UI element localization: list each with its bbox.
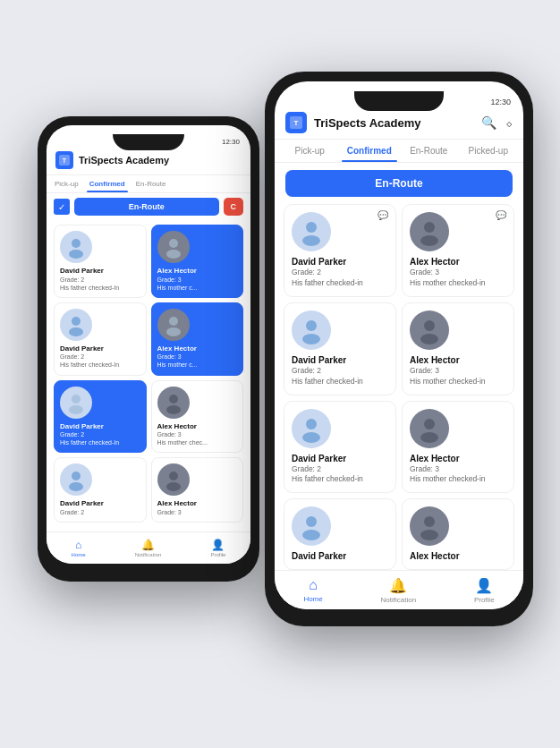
student-grade-back-6: Grade: 3 <box>157 430 238 438</box>
student-card-front-2[interactable]: 💬 Alex Hector Grade: 3 His mother checke… <box>402 204 514 297</box>
avatar-front-7 <box>292 506 331 546</box>
home-icon-back: ⌂ <box>75 539 81 551</box>
cancel-button-back[interactable]: C <box>224 198 244 216</box>
avatar-front-1 <box>292 212 331 251</box>
svg-point-30 <box>424 419 435 429</box>
notch-back <box>113 134 184 150</box>
student-checkin-back-5: His father checked-In <box>60 438 140 446</box>
student-card-back-3[interactable]: David Parker Grade: 2 His father checked… <box>54 302 147 376</box>
avatar-front-3 <box>292 310 331 350</box>
svg-point-6 <box>72 317 81 326</box>
student-checkin-front-5: His father checked-in <box>292 474 388 485</box>
avatar-back-5 <box>60 387 92 419</box>
tab-enroute-front[interactable]: En-Route <box>401 140 457 162</box>
student-name-front-7: David Parker <box>292 550 388 562</box>
svg-point-11 <box>69 405 83 414</box>
home-label-back: Home <box>72 552 86 557</box>
student-card-front-4[interactable]: Alex Hector Grade: 3 His mother checked-… <box>402 302 514 395</box>
svg-point-7 <box>69 327 83 336</box>
nav-home-back[interactable]: ⌂ Home <box>72 539 86 557</box>
svg-point-9 <box>166 327 181 336</box>
nav-profile-front[interactable]: 👤 Profile <box>474 577 495 604</box>
time-front: 12:30 <box>490 98 511 106</box>
student-card-back-2[interactable]: Alex Hector Grade: 3 His mother c... <box>151 225 244 298</box>
svg-point-5 <box>166 250 181 259</box>
student-name-back-6: Alex Hector <box>157 422 238 431</box>
svg-point-10 <box>72 395 81 404</box>
student-card-front-5[interactable]: David Parker Grade: 2 His father checked… <box>284 401 396 494</box>
student-card-front-1[interactable]: 💬 David Parker Grade: 2 His father check… <box>284 204 396 297</box>
search-icon[interactable]: 🔍 <box>481 115 496 130</box>
svg-text:T: T <box>294 119 299 127</box>
time-back: 12:30 <box>222 138 240 146</box>
student-card-back-7[interactable]: David Parker Grade: 2 <box>54 457 147 523</box>
svg-point-21 <box>302 235 320 246</box>
svg-point-34 <box>424 516 435 527</box>
student-grade-front-5: Grade: 2 <box>292 464 388 475</box>
bottom-nav-front: ⌂ Home 🔔 Notification 👤 Profile <box>275 570 523 609</box>
svg-point-26 <box>424 320 435 331</box>
svg-point-4 <box>169 239 178 248</box>
student-grade-back-8: Grade: 3 <box>157 508 238 516</box>
nav-notification-front[interactable]: 🔔 Notification <box>381 577 417 604</box>
nav-profile-back[interactable]: 👤 Profile <box>210 539 225 557</box>
svg-point-29 <box>302 432 320 443</box>
student-card-back-8[interactable]: Alex Hector Grade: 3 <box>151 457 244 523</box>
avatar-back-8 <box>157 463 190 496</box>
student-card-back-1[interactable]: David Parker Grade: 2 His father checked… <box>54 225 147 298</box>
student-card-back-6[interactable]: Alex Hector Grade: 3 His mother chec... <box>151 380 244 454</box>
notification-icon-back: 🔔 <box>141 539 155 551</box>
student-name-back-2: Alex Hector <box>157 267 238 276</box>
student-grade-back-7: Grade: 2 <box>60 508 140 516</box>
svg-point-17 <box>166 482 181 491</box>
svg-point-32 <box>306 516 317 527</box>
tab-pickedup-front[interactable]: Picked-up <box>461 140 517 162</box>
select-all-checkbox[interactable]: ✓ <box>54 199 70 215</box>
tabs-front: Pick-up Confirmed En-Route Picked-up <box>275 140 523 163</box>
chat-icon-1[interactable]: 💬 <box>378 210 388 220</box>
student-checkin-back-2: His mother c... <box>157 284 238 292</box>
front-phone-screen: 12:30 T TriSpects Academy 🔍 ⬦ Pick-up Co… <box>275 81 523 609</box>
tab-pickup-back[interactable]: Pick-up <box>52 175 81 192</box>
action-bar-back: ✓ En-Route C <box>47 193 250 220</box>
student-grade-back-5: Grade: 2 <box>60 430 140 438</box>
student-card-front-3[interactable]: David Parker Grade: 2 His father checked… <box>284 302 396 395</box>
avatar-front-6 <box>410 409 449 448</box>
student-grid-front: 💬 David Parker Grade: 2 His father check… <box>275 204 523 570</box>
back-phone-screen: 12:30 T TriSpects Academy Pick-up Confir… <box>47 125 250 564</box>
svg-point-12 <box>169 395 178 404</box>
student-name-front-3: David Parker <box>292 354 388 366</box>
student-card-front-6[interactable]: Alex Hector Grade: 3 His mother checked-… <box>402 401 514 494</box>
nav-home-front[interactable]: ⌂ Home <box>303 577 322 603</box>
avatar-front-4 <box>410 310 449 350</box>
tab-confirmed-front[interactable]: Confirmed <box>342 140 398 162</box>
tab-pickup-front[interactable]: Pick-up <box>282 140 338 162</box>
student-name-front-8: Alex Hector <box>410 550 506 562</box>
student-name-front-1: David Parker <box>292 256 388 268</box>
filter-icon[interactable]: ⬦ <box>505 115 513 130</box>
enroute-button-back[interactable]: En-Route <box>74 198 219 216</box>
svg-text:T: T <box>63 157 67 164</box>
student-card-back-5[interactable]: David Parker Grade: 2 His father checked… <box>54 380 147 454</box>
app-title-back: TriSpects Academy <box>79 155 169 166</box>
student-card-front-8[interactable]: Alex Hector <box>402 498 514 570</box>
nav-notification-back[interactable]: 🔔 Notification <box>135 539 162 557</box>
tab-confirmed-back[interactable]: Confirmed <box>87 175 128 192</box>
notch-front <box>354 91 444 111</box>
student-card-front-7[interactable]: David Parker <box>284 498 396 570</box>
svg-point-31 <box>420 432 438 443</box>
profile-icon-back: 👤 <box>211 539 225 551</box>
app-logo-front: T <box>285 112 307 133</box>
svg-point-22 <box>424 222 435 233</box>
student-checkin-front-6: His mother checked-in <box>410 474 506 485</box>
student-card-back-4[interactable]: Alex Hector Grade: 3 His mother c... <box>151 302 244 376</box>
notification-icon-front: 🔔 <box>389 577 407 594</box>
student-name-back-8: Alex Hector <box>157 499 238 508</box>
student-grade-front-6: Grade: 3 <box>410 464 506 475</box>
avatar-front-2 <box>410 212 449 251</box>
enroute-button-front[interactable]: En-Route <box>285 170 513 197</box>
phone-front: 12:30 T TriSpects Academy 🔍 ⬦ Pick-up Co… <box>265 72 533 626</box>
chat-icon-2[interactable]: 💬 <box>496 210 506 220</box>
tab-enroute-back[interactable]: En-Route <box>133 175 169 192</box>
student-checkin-back-4: His mother c... <box>157 361 238 369</box>
